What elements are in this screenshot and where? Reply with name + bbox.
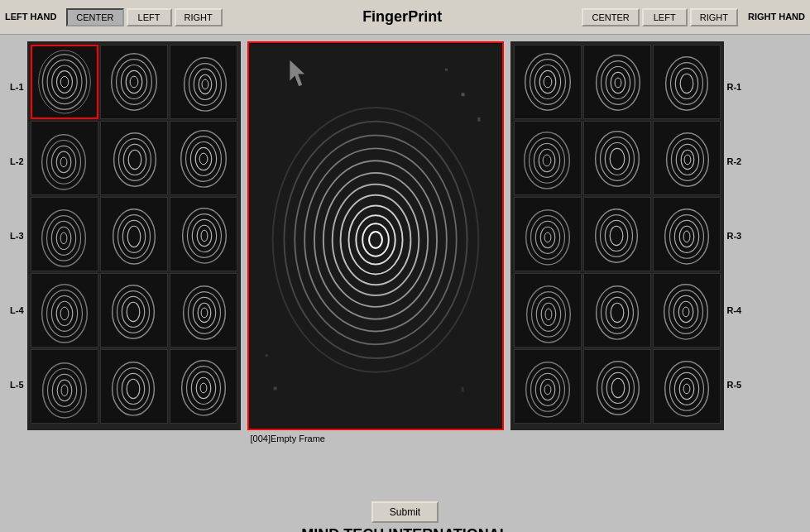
right-row-3 xyxy=(514,197,721,271)
right-fp-5-1[interactable] xyxy=(514,349,582,424)
left-fp-1-3[interactable] xyxy=(170,45,237,119)
frame-label: [004]Empty Frame xyxy=(251,434,325,443)
left-row-3 xyxy=(31,197,237,271)
right-fp-2-3[interactable] xyxy=(653,121,721,195)
right-fp-4-3[interactable] xyxy=(653,273,721,347)
left-fp-4-3[interactable] xyxy=(170,273,237,347)
left-fp-4-1[interactable] xyxy=(31,273,98,347)
left-right-button[interactable]: RIGHT xyxy=(175,8,223,26)
left-fp-3-2[interactable] xyxy=(100,197,168,271)
right-row-label-2: R-2 xyxy=(727,124,742,199)
right-fingerprint-panel: R-1 R-2 R-3 R-4 R-5 xyxy=(510,41,744,430)
right-fingerprint-grid xyxy=(510,41,724,430)
right-fp-4-1[interactable] xyxy=(514,273,582,347)
svg-rect-112 xyxy=(444,69,447,71)
svg-rect-140 xyxy=(584,122,650,194)
svg-rect-87 xyxy=(249,44,502,428)
right-fp-2-2[interactable] xyxy=(583,121,651,195)
left-fp-5-1[interactable] xyxy=(31,349,98,424)
left-row-label-2: L-2 xyxy=(10,124,24,199)
header: LEFT HAND CENTER LEFT RIGHT FingerPrint … xyxy=(0,0,810,35)
left-fp-2-1[interactable] xyxy=(31,121,98,195)
left-row-label-4: L-4 xyxy=(10,273,24,347)
right-fp-1-3[interactable] xyxy=(653,45,721,119)
left-row-label-3: L-3 xyxy=(10,199,24,273)
svg-rect-13 xyxy=(170,46,237,118)
left-fp-2-2[interactable] xyxy=(100,121,168,195)
svg-rect-76 xyxy=(101,350,167,423)
left-row-labels: L-1 L-2 L-3 L-4 L-5 xyxy=(8,41,26,430)
bottom-area: Submit MIND TECH INTERNATIONAL xyxy=(0,496,810,532)
right-row-4 xyxy=(514,273,721,347)
left-row-label-1: L-1 xyxy=(10,50,24,124)
left-hand-label: LEFT HAND xyxy=(0,0,61,34)
left-fp-1-2[interactable] xyxy=(100,45,168,119)
left-row-5 xyxy=(31,349,237,424)
right-center-button[interactable]: CENTER xyxy=(582,8,639,26)
right-left-button[interactable]: LEFT xyxy=(642,8,688,26)
svg-rect-115 xyxy=(273,387,276,391)
right-fp-5-3[interactable] xyxy=(653,349,721,424)
left-row-label-5: L-5 xyxy=(10,347,24,422)
right-fp-1-2[interactable] xyxy=(583,45,651,119)
left-fp-2-3[interactable] xyxy=(170,121,237,195)
svg-rect-174 xyxy=(584,274,650,347)
left-fp-4-2[interactable] xyxy=(100,273,168,347)
left-row-1 xyxy=(31,45,237,119)
left-row-2 xyxy=(31,121,237,195)
right-fp-4-2[interactable] xyxy=(583,273,651,347)
right-row-label-4: R-4 xyxy=(727,273,742,347)
right-row-label-3: R-3 xyxy=(727,199,742,273)
left-fingerprint-grid xyxy=(27,41,241,430)
right-fp-3-2[interactable] xyxy=(583,197,651,271)
svg-rect-111 xyxy=(461,93,464,96)
center-fingerprint-panel: [004]Empty Frame xyxy=(247,41,504,443)
app-container: LEFT HAND CENTER LEFT RIGHT FingerPrint … xyxy=(0,0,810,532)
left-row-4 xyxy=(31,273,237,347)
company-name: MIND TECH INTERNATIONAL xyxy=(301,526,509,532)
left-left-button[interactable]: LEFT xyxy=(127,8,172,26)
right-row-label-5: R-5 xyxy=(727,347,742,422)
app-title: FingerPrint xyxy=(228,0,578,34)
main-content: L-1 L-2 L-3 L-4 L-5 xyxy=(0,35,810,496)
right-row-5 xyxy=(514,349,721,424)
svg-rect-36 xyxy=(31,198,98,271)
right-row-labels: R-1 R-2 R-3 R-4 R-5 xyxy=(726,41,744,430)
left-fp-5-3[interactable] xyxy=(170,349,237,424)
right-btn-group: CENTER LEFT RIGHT xyxy=(577,0,742,34)
left-fp-1-1[interactable] xyxy=(31,45,98,119)
svg-rect-168 xyxy=(515,274,581,347)
right-row-2 xyxy=(514,121,721,195)
right-fp-3-1[interactable] xyxy=(514,197,582,271)
right-fp-5-2[interactable] xyxy=(583,349,651,424)
submit-button[interactable]: Submit xyxy=(371,501,439,523)
svg-rect-116 xyxy=(461,387,463,392)
svg-rect-114 xyxy=(265,354,267,357)
left-fp-3-3[interactable] xyxy=(170,197,237,271)
left-center-button[interactable]: CENTER xyxy=(66,8,123,26)
right-hand-label: RIGHT HAND xyxy=(743,0,810,34)
right-fp-3-3[interactable] xyxy=(653,197,721,271)
large-fingerprint-frame[interactable] xyxy=(247,41,504,430)
svg-rect-64 xyxy=(170,274,237,347)
left-fingerprint-panel: L-1 L-2 L-3 L-4 L-5 xyxy=(8,41,241,430)
left-fp-5-2[interactable] xyxy=(100,349,168,424)
right-fp-2-1[interactable] xyxy=(514,121,582,195)
right-row-1 xyxy=(514,45,721,119)
left-btn-group: CENTER LEFT RIGHT xyxy=(61,0,227,34)
right-row-label-1: R-1 xyxy=(727,50,742,124)
left-fp-3-1[interactable] xyxy=(31,197,98,271)
svg-rect-113 xyxy=(477,117,480,122)
right-fp-1-1[interactable] xyxy=(514,45,582,119)
right-right-button[interactable]: RIGHT xyxy=(690,8,738,26)
